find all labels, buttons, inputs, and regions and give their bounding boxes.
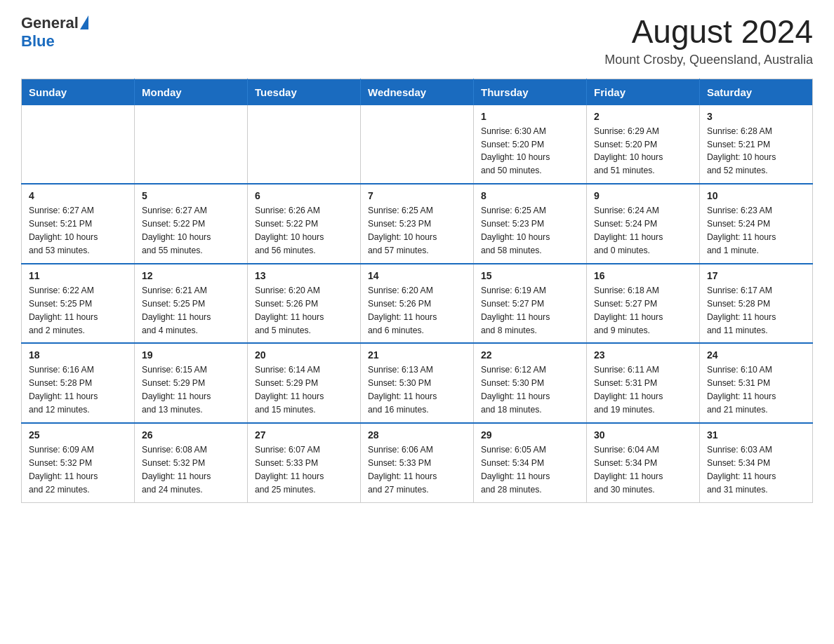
day-number: 24 [707,349,805,361]
calendar-day-header: Wednesday [361,79,474,105]
day-number: 15 [481,270,579,281]
calendar-day-cell: 11Sunrise: 6:22 AMSunset: 5:25 PMDayligh… [22,264,135,344]
logo-blue-text: Blue [21,32,55,50]
calendar-week-row: 4Sunrise: 6:27 AMSunset: 5:21 PMDaylight… [22,184,813,264]
day-number: 20 [255,349,353,361]
day-number: 12 [142,270,240,281]
day-info: Sunrise: 6:27 AMSunset: 5:22 PMDaylight:… [142,204,240,257]
calendar-day-cell: 16Sunrise: 6:18 AMSunset: 5:27 PMDayligh… [587,264,700,344]
calendar-day-header: Thursday [474,79,587,105]
calendar-day-cell: 23Sunrise: 6:11 AMSunset: 5:31 PMDayligh… [587,343,700,423]
day-info: Sunrise: 6:17 AMSunset: 5:28 PMDaylight:… [707,284,805,337]
day-info: Sunrise: 6:20 AMSunset: 5:26 PMDaylight:… [255,284,353,337]
day-number: 14 [368,270,466,281]
calendar-day-cell: 1Sunrise: 6:30 AMSunset: 5:20 PMDaylight… [474,105,587,185]
calendar-day-cell: 22Sunrise: 6:12 AMSunset: 5:30 PMDayligh… [474,343,587,423]
day-number: 7 [368,190,466,201]
day-info: Sunrise: 6:21 AMSunset: 5:25 PMDaylight:… [142,284,240,337]
day-number: 1 [481,111,579,122]
day-info: Sunrise: 6:12 AMSunset: 5:30 PMDaylight:… [481,363,579,417]
day-number: 29 [481,429,579,441]
calendar-day-cell: 20Sunrise: 6:14 AMSunset: 5:29 PMDayligh… [248,343,361,423]
calendar-day-cell [135,105,248,185]
day-number: 26 [142,429,240,441]
day-info: Sunrise: 6:07 AMSunset: 5:33 PMDaylight:… [255,443,353,497]
day-info: Sunrise: 6:19 AMSunset: 5:27 PMDaylight:… [481,284,579,337]
calendar-day-cell: 2Sunrise: 6:29 AMSunset: 5:20 PMDaylight… [587,105,700,185]
day-number: 11 [29,270,127,281]
calendar-table: SundayMondayTuesdayWednesdayThursdayFrid… [21,79,813,503]
day-info: Sunrise: 6:05 AMSunset: 5:34 PMDaylight:… [481,443,579,497]
day-info: Sunrise: 6:08 AMSunset: 5:32 PMDaylight:… [142,443,240,497]
day-number: 22 [481,349,579,361]
day-number: 30 [594,429,692,441]
calendar-subtitle: Mount Crosby, Queensland, Australia [604,53,813,67]
calendar-header-row: SundayMondayTuesdayWednesdayThursdayFrid… [22,79,813,105]
day-number: 28 [368,429,466,441]
calendar-week-row: 18Sunrise: 6:16 AMSunset: 5:28 PMDayligh… [22,343,813,423]
calendar-day-cell: 6Sunrise: 6:26 AMSunset: 5:22 PMDaylight… [248,184,361,264]
calendar-day-cell: 28Sunrise: 6:06 AMSunset: 5:33 PMDayligh… [361,423,474,502]
calendar-week-row: 11Sunrise: 6:22 AMSunset: 5:25 PMDayligh… [22,264,813,344]
calendar-day-cell: 17Sunrise: 6:17 AMSunset: 5:28 PMDayligh… [700,264,813,344]
logo-triangle-icon [80,15,88,29]
day-number: 31 [707,429,805,441]
calendar-day-cell: 8Sunrise: 6:25 AMSunset: 5:23 PMDaylight… [474,184,587,264]
day-info: Sunrise: 6:16 AMSunset: 5:28 PMDaylight:… [29,363,127,417]
day-info: Sunrise: 6:18 AMSunset: 5:27 PMDaylight:… [594,284,692,337]
day-info: Sunrise: 6:29 AMSunset: 5:20 PMDaylight:… [594,125,692,178]
day-info: Sunrise: 6:24 AMSunset: 5:24 PMDaylight:… [594,204,692,257]
day-info: Sunrise: 6:13 AMSunset: 5:30 PMDaylight:… [368,363,466,417]
calendar-day-cell: 29Sunrise: 6:05 AMSunset: 5:34 PMDayligh… [474,423,587,502]
day-number: 10 [707,190,805,201]
logo: General Blue [21,14,88,51]
calendar-day-cell: 14Sunrise: 6:20 AMSunset: 5:26 PMDayligh… [361,264,474,344]
calendar-day-cell: 7Sunrise: 6:25 AMSunset: 5:23 PMDaylight… [361,184,474,264]
logo-general-text: General [21,14,79,32]
day-info: Sunrise: 6:22 AMSunset: 5:25 PMDaylight:… [29,284,127,337]
day-info: Sunrise: 6:25 AMSunset: 5:23 PMDaylight:… [481,204,579,257]
day-info: Sunrise: 6:03 AMSunset: 5:34 PMDaylight:… [707,443,805,497]
day-info: Sunrise: 6:20 AMSunset: 5:26 PMDaylight:… [368,284,466,337]
day-info: Sunrise: 6:15 AMSunset: 5:29 PMDaylight:… [142,363,240,417]
day-number: 9 [594,190,692,201]
calendar-day-cell: 21Sunrise: 6:13 AMSunset: 5:30 PMDayligh… [361,343,474,423]
calendar-day-cell: 30Sunrise: 6:04 AMSunset: 5:34 PMDayligh… [587,423,700,502]
calendar-day-cell: 5Sunrise: 6:27 AMSunset: 5:22 PMDaylight… [135,184,248,264]
calendar-day-cell [361,105,474,185]
day-number: 25 [29,429,127,441]
calendar-week-row: 25Sunrise: 6:09 AMSunset: 5:32 PMDayligh… [22,423,813,502]
day-info: Sunrise: 6:23 AMSunset: 5:24 PMDaylight:… [707,204,805,257]
day-number: 17 [707,270,805,281]
day-info: Sunrise: 6:25 AMSunset: 5:23 PMDaylight:… [368,204,466,257]
calendar-day-cell: 25Sunrise: 6:09 AMSunset: 5:32 PMDayligh… [22,423,135,502]
calendar-day-cell: 13Sunrise: 6:20 AMSunset: 5:26 PMDayligh… [248,264,361,344]
day-info: Sunrise: 6:11 AMSunset: 5:31 PMDaylight:… [594,363,692,417]
calendar-title: August 2024 [604,14,813,50]
day-number: 23 [594,349,692,361]
day-info: Sunrise: 6:06 AMSunset: 5:33 PMDaylight:… [368,443,466,497]
day-number: 16 [594,270,692,281]
calendar-day-header: Friday [587,79,700,105]
calendar-day-cell [22,105,135,185]
day-info: Sunrise: 6:14 AMSunset: 5:29 PMDaylight:… [255,363,353,417]
calendar-day-cell: 15Sunrise: 6:19 AMSunset: 5:27 PMDayligh… [474,264,587,344]
day-number: 19 [142,349,240,361]
day-number: 13 [255,270,353,281]
day-info: Sunrise: 6:10 AMSunset: 5:31 PMDaylight:… [707,363,805,417]
day-number: 6 [255,190,353,201]
calendar-day-cell: 3Sunrise: 6:28 AMSunset: 5:21 PMDaylight… [700,105,813,185]
day-info: Sunrise: 6:27 AMSunset: 5:21 PMDaylight:… [29,204,127,257]
day-number: 2 [594,111,692,122]
day-info: Sunrise: 6:09 AMSunset: 5:32 PMDaylight:… [29,443,127,497]
day-number: 21 [368,349,466,361]
day-info: Sunrise: 6:26 AMSunset: 5:22 PMDaylight:… [255,204,353,257]
calendar-day-cell: 27Sunrise: 6:07 AMSunset: 5:33 PMDayligh… [248,423,361,502]
calendar-day-header: Sunday [22,79,135,105]
day-number: 4 [29,190,127,201]
calendar-day-cell: 31Sunrise: 6:03 AMSunset: 5:34 PMDayligh… [700,423,813,502]
calendar-day-header: Tuesday [248,79,361,105]
calendar-day-header: Monday [135,79,248,105]
page-header: General Blue August 2024 Mount Crosby, Q… [21,14,813,67]
day-number: 3 [707,111,805,122]
